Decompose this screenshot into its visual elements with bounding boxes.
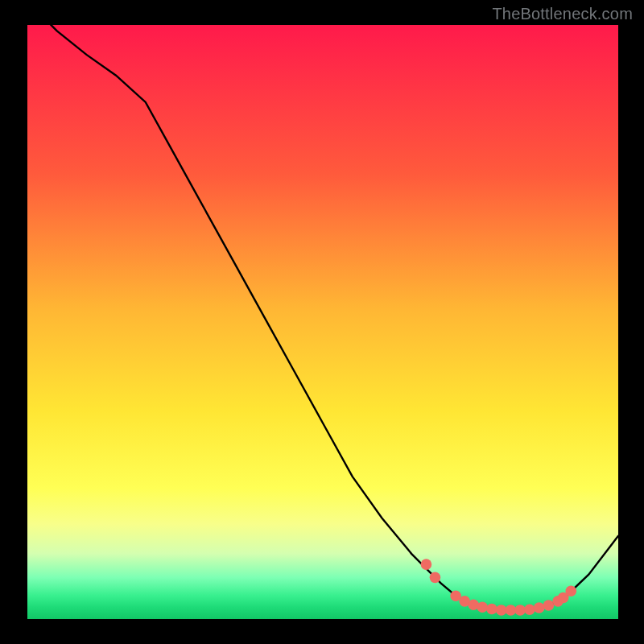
marker-dot	[421, 559, 432, 570]
watermark-text: TheBottleneck.com	[492, 5, 633, 23]
marker-dot	[496, 605, 507, 616]
plot-area	[27, 25, 618, 619]
marker-dot	[534, 602, 545, 613]
curve-line	[27, 25, 618, 610]
chart-svg	[27, 25, 618, 619]
marker-dot	[514, 605, 526, 616]
marker-dot	[524, 604, 535, 615]
marker-dot	[543, 600, 555, 611]
marker-dot	[486, 604, 497, 615]
marker-dot	[477, 601, 488, 613]
marker-dot	[430, 572, 441, 584]
marker-dot	[506, 605, 517, 616]
chart-frame: TheBottleneck.com	[0, 0, 644, 644]
marker-dot	[565, 586, 576, 597]
